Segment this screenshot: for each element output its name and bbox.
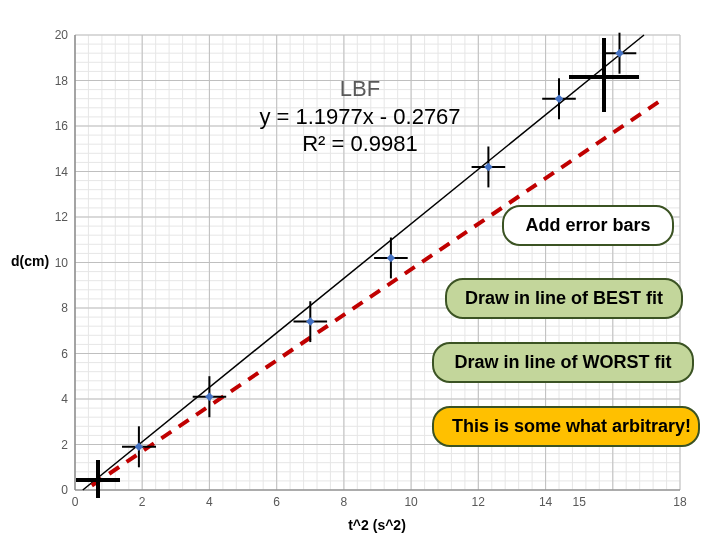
y-axis-label: d(cm): [11, 253, 49, 269]
x-tick: 6: [273, 495, 280, 509]
x-axis-label: t^2 (s^2): [348, 517, 406, 533]
svg-rect-125: [205, 392, 213, 400]
y-tick: 14: [55, 165, 69, 179]
trend-equation: y = 1.1977x - 0.2767: [210, 103, 510, 131]
x-tick: 15: [573, 495, 587, 509]
y-tick: 16: [55, 119, 69, 133]
y-tick: 10: [55, 256, 69, 270]
y-tick: 6: [61, 347, 68, 361]
svg-rect-131: [387, 254, 395, 262]
y-tick: 0: [61, 483, 68, 497]
x-tick: 12: [472, 495, 486, 509]
y-tick: 18: [55, 74, 69, 88]
y-tick: 8: [61, 301, 68, 315]
x-tick: 18: [673, 495, 687, 509]
cross-icon: [569, 38, 639, 112]
trend-label: LBF: [210, 75, 510, 103]
y-tick: 4: [61, 392, 68, 406]
trendline-equation: LBF y = 1.1977x - 0.2767 R² = 0.9981: [210, 75, 510, 158]
callout-arbitrary[interactable]: This is some what arbitrary!: [432, 406, 700, 447]
svg-rect-128: [306, 317, 314, 325]
callout-worst-fit[interactable]: Draw in line of WORST fit: [432, 342, 694, 383]
callout-add-error-bars[interactable]: Add error bars: [502, 205, 674, 246]
svg-rect-140: [615, 49, 623, 57]
x-tick: 2: [139, 495, 146, 509]
trend-r2: R² = 0.9981: [210, 130, 510, 158]
x-tick: 14: [539, 495, 553, 509]
callout-best-fit[interactable]: Draw in line of BEST fit: [445, 278, 683, 319]
x-tick: 10: [404, 495, 418, 509]
x-tick: 8: [341, 495, 348, 509]
x-tick: 0: [72, 495, 79, 509]
y-tick: 2: [61, 438, 68, 452]
x-tick: 4: [206, 495, 213, 509]
y-tick: 20: [55, 28, 69, 42]
y-tick: 12: [55, 210, 69, 224]
